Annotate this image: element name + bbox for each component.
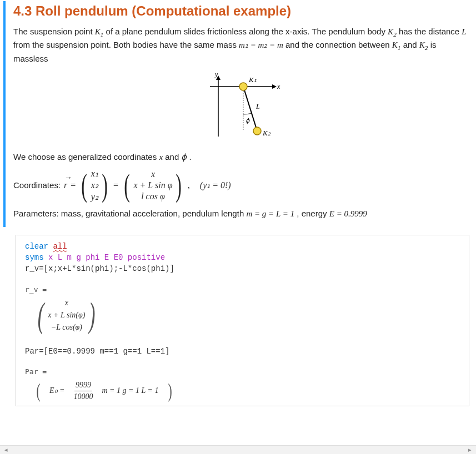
- coordinates-equation: Coordinates: r = ( x₁ x₂ y₂ ) = ( x x + …: [13, 168, 467, 202]
- var-K2: K2: [388, 27, 397, 36]
- left-paren-icon: (: [82, 171, 88, 200]
- scroll-left-arrow-icon[interactable]: ◂: [2, 446, 10, 453]
- text: Parameters: mass, gravitational accelera…: [13, 209, 246, 218]
- code-input[interactable]: clear all syms x L m g phi E E0 positive…: [16, 235, 469, 279]
- x-axis-label: x: [277, 83, 280, 90]
- text: , energy: [297, 209, 329, 218]
- code-line: Par=[E0==0.9999 m==1 g==1 L==1]: [25, 347, 169, 356]
- vec-entry: l cos φ: [141, 191, 165, 201]
- fraction-denominator: 10000: [73, 391, 94, 402]
- parameters-text: Parameters: mass, gravitational accelera…: [13, 208, 467, 220]
- vector-r: r: [64, 180, 67, 190]
- coord-label: Coordinates:: [13, 180, 61, 190]
- code-token-error: all: [53, 242, 67, 251]
- code-output-1: r_v = ( x x + L sin(φ) −L cos(φ) ): [16, 279, 469, 340]
- code-output-2: Par = ( E₀ = 9999 10000 m = 1 g = 1 L = …: [16, 361, 469, 406]
- scroll-right-arrow-icon[interactable]: ▸: [466, 446, 474, 453]
- var-K1b: K1: [392, 41, 401, 49]
- l-label: L: [255, 103, 260, 110]
- right-paren-icon: ): [168, 382, 172, 399]
- y-axis-label: y: [214, 70, 218, 78]
- left-paren-icon: (: [38, 300, 44, 331]
- right-paren-icon: ): [102, 171, 108, 200]
- vec-entry: y₂: [91, 191, 98, 202]
- horizontal-scrollbar[interactable]: ◂ ▸: [0, 445, 476, 454]
- right-paren-icon: ): [89, 300, 96, 331]
- code-cell[interactable]: clear all syms x L m g phi E E0 positive…: [16, 235, 469, 406]
- var-L: L: [462, 27, 466, 36]
- code-line: r_v=[x;x+L*sin(phi);-L*cos(phi)]: [25, 264, 174, 273]
- keyword: syms: [25, 253, 48, 262]
- var-K2b: K2: [419, 41, 428, 49]
- text: and the connection between: [285, 40, 392, 49]
- vector-paren-1: ( x₁ x₂ y₂ ): [79, 168, 110, 202]
- vec-entry: x₂: [91, 180, 98, 190]
- text: The suspension point: [13, 27, 95, 36]
- equals: =: [113, 180, 118, 190]
- text: .: [189, 152, 192, 162]
- svg-line-5: [243, 87, 257, 131]
- svg-point-6: [239, 83, 247, 90]
- fraction: 9999 10000: [73, 380, 94, 403]
- vec-entry: x + L sin φ: [133, 180, 172, 190]
- text-cell: 4.3 Roll pendulum (Computational example…: [3, 1, 472, 227]
- text: of a plane pendulum slides frictionless …: [106, 27, 388, 36]
- diagram-svg: y x K₁ K₂ L ϕ: [196, 70, 285, 148]
- code-input-2[interactable]: Par=[E0==0.9999 m==1 g==1 L==1]: [16, 340, 469, 361]
- comma: ,: [188, 180, 197, 190]
- pendulum-diagram: y x K₁ K₂ L ϕ: [13, 70, 467, 148]
- k2-label: K₂: [262, 129, 271, 137]
- text: has the distance: [399, 27, 462, 36]
- intro-paragraph: The suspension point K1 of a plane pendu…: [13, 26, 467, 64]
- param-eq1: m = g = L = 1: [246, 209, 294, 218]
- output-label: r_v =: [25, 285, 462, 295]
- out-entry: −L cos(φ): [51, 322, 82, 333]
- out-entry: x: [65, 297, 68, 309]
- fraction-numerator: 9999: [74, 380, 92, 391]
- left-paren-icon: (: [36, 382, 40, 399]
- vector-paren-2: ( x x + L sin φ l cos φ ): [122, 169, 184, 201]
- vec-entry: x: [151, 169, 155, 179]
- var-x: x: [159, 153, 163, 162]
- out-rest: m = 1 g = 1 L = 1: [102, 385, 159, 396]
- section-heading: 4.3 Roll pendulum (Computational example…: [13, 3, 467, 19]
- svg-marker-3: [272, 84, 277, 89]
- mass-equation: m₁ = m₂ = m: [239, 41, 283, 49]
- right-paren-icon: ): [176, 171, 182, 200]
- phi-label: ϕ: [245, 117, 250, 124]
- text: and: [403, 40, 419, 49]
- y1-note: (y₁ = 0!): [200, 180, 231, 190]
- output-label: Par =: [25, 367, 462, 377]
- param-eq2: E = 0.9999: [329, 209, 367, 218]
- text: We choose as generalized coordinates: [13, 152, 159, 162]
- k1-label: K₁: [248, 75, 257, 84]
- vec-entry: x₁: [91, 168, 98, 179]
- generalized-coords-text: We choose as generalized coordinates x a…: [13, 151, 467, 164]
- var-phi: ϕ: [181, 153, 187, 162]
- text: from the suspension point. Both bodies h…: [13, 40, 239, 49]
- out-entry: x + L sin(φ): [48, 310, 85, 321]
- left-paren-icon: (: [124, 171, 130, 200]
- svg-point-7: [253, 127, 261, 135]
- var-K1: K1: [95, 27, 104, 36]
- out-e0-label: E₀ =: [49, 385, 65, 396]
- keyword: clear: [25, 242, 53, 251]
- code-symbols: x L m g phi E E0 positive: [48, 253, 165, 262]
- text: and: [165, 152, 181, 162]
